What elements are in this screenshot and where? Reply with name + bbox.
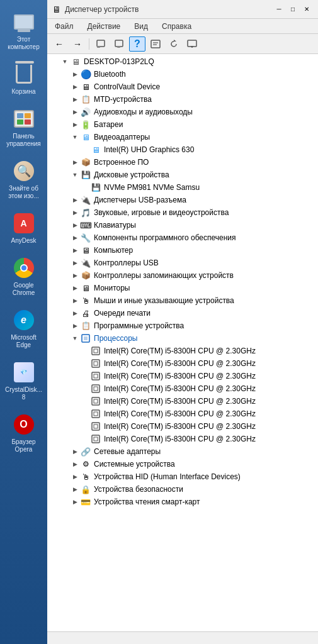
- battery-label: Батареи: [94, 120, 123, 129]
- smartcard-icon: 💳: [80, 496, 91, 508]
- usb-controllers-expander[interactable]: ▶: [70, 258, 80, 268]
- printers-icon: 🖨: [80, 308, 91, 319]
- properties-button[interactable]: [147, 36, 164, 52]
- hid-label: Устройства HID (Human Interface Devices): [94, 472, 241, 481]
- hid-expander[interactable]: ▶: [70, 472, 80, 482]
- tree-item-disk[interactable]: ▼ 💾 Дисковые устройства: [47, 169, 318, 181]
- close-button[interactable]: ✕: [300, 4, 313, 14]
- tree-item-audio[interactable]: ▶ 🔊 Аудиовходы и аудиовыходы: [47, 106, 318, 118]
- bios-expander[interactable]: ▶: [70, 157, 80, 167]
- down-button[interactable]: [111, 36, 127, 52]
- sidebar-item-chrome[interactable]: Google Chrome: [3, 252, 45, 301]
- printers-expander[interactable]: ▶: [70, 308, 80, 318]
- tree-item-system[interactable]: ▶ ⚙ Системные устройства: [47, 458, 318, 470]
- svg-rect-27: [92, 435, 99, 443]
- menu-help[interactable]: Справка: [159, 21, 194, 32]
- net-icon: 🔗: [80, 446, 91, 457]
- tree-item-mice[interactable]: ▶ 🖱 Мыши и иные указывающие устройства: [47, 294, 318, 307]
- tree-item-cpu5[interactable]: Intel(R) Core(TM) i5-8300H CPU @ 2.30GHz: [47, 395, 318, 408]
- tree-item-net[interactable]: ▶ 🔗 Сетевые адаптеры: [47, 445, 318, 458]
- keyboard-expander[interactable]: ▶: [70, 220, 80, 230]
- menu-action[interactable]: Действие: [85, 21, 123, 32]
- usb-ctrl-expander[interactable]: ▶: [70, 195, 80, 205]
- maximize-button[interactable]: □: [287, 4, 299, 14]
- sidebar-item-recycle[interactable]: Корзина: [3, 58, 45, 99]
- back-button[interactable]: ←: [51, 36, 67, 52]
- tree-item-security[interactable]: ▶ 🔒 Устройства безопасности: [47, 483, 318, 496]
- sw-dev-icon: 📋: [80, 320, 91, 331]
- tree-item-intel-gpu[interactable]: 🖥 Intel(R) UHD Graphics 630: [47, 143, 318, 156]
- tree-item-smartcard[interactable]: ▶ 💳 Устройства чтения смарт-карт: [47, 496, 318, 508]
- security-expander[interactable]: ▶: [70, 484, 80, 494]
- system-expander[interactable]: ▶: [70, 459, 80, 469]
- tree-item-cpu2[interactable]: Intel(R) Core(TM) i5-8300H CPU @ 2.30GHz: [47, 357, 318, 370]
- tree-item-cpu7[interactable]: Intel(R) Core(TM) i5-8300H CPU @ 2.30GHz: [47, 420, 318, 433]
- tree-item-printers[interactable]: ▶ 🖨 Очереди печати: [47, 307, 318, 319]
- sw-comp-expander[interactable]: ▶: [70, 233, 80, 243]
- tree-item-cpu[interactable]: ▼ Процессоры: [47, 332, 318, 345]
- storage-ctrl-expander[interactable]: ▶: [70, 270, 80, 280]
- computer-icon2: 🖥: [80, 245, 91, 256]
- tree-item-keyboard[interactable]: ▶ ⌨ Клавиатуры: [47, 219, 318, 231]
- tree-item-storage-ctrl[interactable]: ▶ 📦 Контроллеры запоминающих устройств: [47, 269, 318, 282]
- device-tree[interactable]: ▼ 🖥 DESKTOP-013P2LQ ▶ 🔵 Bluetooth ▶ 🖥 Co…: [47, 54, 318, 631]
- menu-file[interactable]: Файл: [52, 21, 76, 32]
- mtd-expander[interactable]: ▶: [70, 94, 80, 104]
- cpu5-label: Intel(R) Core(TM) i5-8300H CPU @ 2.30GHz: [104, 397, 256, 406]
- tree-item-controlvault[interactable]: ▶ 🖥 ControlVault Device: [47, 80, 318, 93]
- tree-root[interactable]: ▼ 🖥 DESKTOP-013P2LQ: [47, 55, 318, 68]
- tree-item-battery[interactable]: ▶ 🔋 Батареи: [47, 118, 318, 131]
- sidebar-item-search[interactable]: 🔍 Знайте об этом изо...: [3, 155, 45, 204]
- disk-expander[interactable]: ▼: [70, 170, 80, 180]
- computer-expander[interactable]: ▶: [70, 245, 80, 255]
- video-expander[interactable]: ▼: [70, 132, 80, 142]
- sidebar-item-edge[interactable]: e Microsoft Edge: [3, 304, 45, 353]
- tree-item-sound[interactable]: ▶ 🎵 Звуковые, игровые и видеоустройства: [47, 206, 318, 219]
- tree-item-cpu4[interactable]: Intel(R) Core(TM) i5-8300H CPU @ 2.30GHz: [47, 382, 318, 395]
- sound-expander[interactable]: ▶: [70, 208, 80, 218]
- sw-dev-expander[interactable]: ▶: [70, 321, 80, 331]
- tree-item-monitors[interactable]: ▶ 🖥 Мониторы: [47, 282, 318, 294]
- sidebar-item-crystal[interactable]: 💎 CrystalDisk... 8: [3, 357, 45, 405]
- sound-icon: 🎵: [80, 207, 91, 218]
- screen-button[interactable]: [184, 36, 200, 52]
- sidebar-item-control-panel[interactable]: Панель управления: [3, 103, 45, 152]
- tree-item-usb-controllers[interactable]: ▶ 🔌 Контроллеры USB: [47, 257, 318, 269]
- tree-item-bluetooth[interactable]: ▶ 🔵 Bluetooth: [47, 68, 318, 80]
- refresh-button[interactable]: [166, 36, 182, 52]
- mice-expander[interactable]: ▶: [70, 296, 80, 306]
- controlvault-expander[interactable]: ▶: [70, 82, 80, 92]
- sidebar-item-anydesk[interactable]: A AnyDesk: [3, 208, 45, 248]
- root-expander[interactable]: ▼: [60, 57, 70, 67]
- up-button[interactable]: [93, 36, 109, 52]
- sidebar-item-opera[interactable]: O Браузер Opera: [3, 409, 45, 457]
- tree-item-video[interactable]: ▼ 🖥 Видеоадаптеры: [47, 131, 318, 143]
- tree-item-software-comp[interactable]: ▶ 🔧 Компоненты программного обеспечения: [47, 231, 318, 244]
- audio-expander[interactable]: ▶: [70, 107, 80, 117]
- menubar: Файл Действие Вид Справка: [47, 19, 318, 34]
- tree-item-cpu3[interactable]: Intel(R) Core(TM) i5-8300H CPU @ 2.30GHz: [47, 370, 318, 382]
- tree-item-bios[interactable]: ▶ 📦 Встроенное ПО: [47, 156, 318, 169]
- net-expander[interactable]: ▶: [70, 447, 80, 457]
- tree-item-software-dev[interactable]: ▶ 📋 Программные устройства: [47, 319, 318, 332]
- titlebar: 🖥 Диспетчер устройств ─ □ ✕: [47, 0, 318, 19]
- cpu-expander[interactable]: ▼: [70, 333, 80, 343]
- net-label: Сетевые адаптеры: [94, 447, 161, 456]
- help-button[interactable]: ?: [129, 36, 145, 52]
- battery-expander[interactable]: ▶: [70, 119, 80, 130]
- smartcard-expander[interactable]: ▶: [70, 497, 80, 507]
- tree-item-mtd[interactable]: ▶ 📋 MTD-устройства: [47, 93, 318, 106]
- tree-item-nvme[interactable]: 💾 NVMe PM981 NVMe Samsu: [47, 181, 318, 194]
- tree-item-cpu1[interactable]: Intel(R) Core(TM) i5-8300H CPU @ 2.30GHz: [47, 345, 318, 357]
- monitors-expander[interactable]: ▶: [70, 283, 80, 293]
- tree-item-cpu6[interactable]: Intel(R) Core(TM) i5-8300H CPU @ 2.30GHz: [47, 408, 318, 420]
- tree-item-hid[interactable]: ▶ 🖱 Устройства HID (Human Interface Devi…: [47, 470, 318, 483]
- forward-button[interactable]: →: [69, 36, 86, 52]
- sidebar-item-this-pc[interactable]: Этот компьютер: [3, 6, 45, 55]
- tree-item-cpu8[interactable]: Intel(R) Core(TM) i5-8300H CPU @ 2.30GHz: [47, 433, 318, 445]
- tree-item-computer[interactable]: ▶ 🖥 Компьютер: [47, 244, 318, 257]
- tree-item-usb-ctrl[interactable]: ▶ 🔌 Диспетчеры USB-разъема: [47, 194, 318, 206]
- menu-view[interactable]: Вид: [132, 21, 150, 32]
- minimize-button[interactable]: ─: [273, 4, 285, 14]
- bluetooth-expander[interactable]: ▶: [70, 69, 80, 79]
